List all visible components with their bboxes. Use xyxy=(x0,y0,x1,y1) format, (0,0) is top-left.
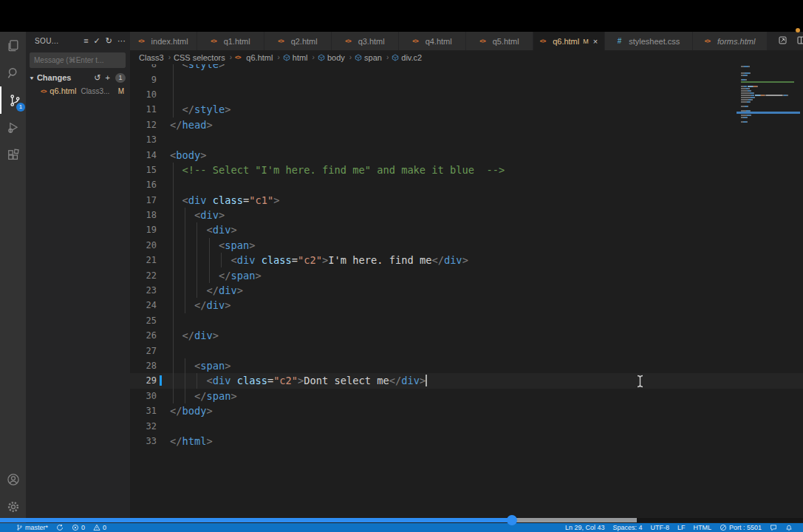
tab-q1-html[interactable]: <>q1.html xyxy=(197,32,264,50)
code-line-15[interactable]: 15 <!-- Select "I'm here. find me" and m… xyxy=(130,163,803,177)
indent-guide xyxy=(185,267,185,282)
code-line-23[interactable]: 23 </div> xyxy=(130,283,803,298)
discard-changes-icon[interactable]: ↺ xyxy=(94,73,100,83)
indent-guide xyxy=(173,177,174,192)
code-line-33[interactable]: 33</html> xyxy=(130,434,803,449)
tab-index-html[interactable]: <>index.html xyxy=(130,32,197,50)
symbol-element-icon xyxy=(355,54,362,61)
stage-changes-icon[interactable]: + xyxy=(106,73,110,82)
code-line-31[interactable]: 31</body> xyxy=(130,403,803,418)
code-line-21[interactable]: 21 <div class="c2">I'm here. find me</di… xyxy=(130,253,803,267)
code-line-28[interactable]: 28 <span> xyxy=(130,358,803,373)
status-bell[interactable] xyxy=(785,524,793,531)
more-actions-icon[interactable]: ⋯ xyxy=(117,36,126,46)
code-line-18[interactable]: 18 <div> xyxy=(130,208,803,222)
line-number: 24 xyxy=(130,300,157,310)
code-text: <span> xyxy=(170,360,230,372)
mouse-cursor-ibeam xyxy=(636,375,644,391)
line-number: 26 xyxy=(130,330,157,341)
breadcrumb-item-q6-html[interactable]: <>q6.html xyxy=(235,53,273,62)
open-changes-icon[interactable] xyxy=(778,35,787,48)
breadcrumb-item-css-selectors[interactable]: CSS selectors xyxy=(174,53,225,62)
panel-title: SOU... xyxy=(35,37,78,45)
status-feedback[interactable] xyxy=(770,524,777,531)
breadcrumb-item-class3[interactable]: Class3 xyxy=(139,53,164,62)
tab-stylesheet-css[interactable]: #stylesheet.css xyxy=(605,32,693,50)
tab-q6-html[interactable]: <>q6.htmlM× xyxy=(533,32,605,50)
status-spaces-4[interactable]: Spaces: 4 xyxy=(612,524,642,531)
code-line-24[interactable]: 24 </div> xyxy=(130,298,803,313)
tab-q5-html[interactable]: <>q5.html xyxy=(466,32,533,50)
changed-file-row[interactable]: <> q6.html Class3... M xyxy=(26,84,130,98)
code-line-16[interactable]: 16 xyxy=(130,177,803,192)
refresh-icon[interactable]: ↻ xyxy=(106,36,112,46)
html-file-icon: <> xyxy=(211,38,216,44)
view-options-icon[interactable]: ≡ xyxy=(83,36,88,45)
indent-guide xyxy=(185,222,185,237)
code-line-17[interactable]: 17 <div class="c1"> xyxy=(130,193,803,208)
search-icon[interactable] xyxy=(0,59,26,86)
seekbar-remaining xyxy=(637,518,803,522)
breadcrumb-item-body[interactable]: body xyxy=(318,53,345,62)
code-line-12[interactable]: 12</head> xyxy=(130,117,803,132)
status-sync[interactable] xyxy=(56,524,64,531)
source-control-icon[interactable]: 1 xyxy=(0,86,27,114)
changes-section-header[interactable]: ▼ Changes ↺ + 1 xyxy=(26,71,130,84)
breadcrumb-item-div-c2[interactable]: div.c2 xyxy=(392,53,422,62)
breadcrumb-item-html[interactable]: html xyxy=(283,53,308,62)
breadcrumb-item-span[interactable]: span xyxy=(355,53,382,62)
code-line-27[interactable]: 27 xyxy=(130,343,803,358)
status-error[interactable]: 0 xyxy=(72,524,85,531)
account-icon[interactable] xyxy=(0,466,26,493)
seekbar-handle[interactable] xyxy=(507,515,517,525)
error-icon xyxy=(72,524,79,531)
code-editor[interactable]: 8 <style>91011 </style>12</head>1314<bod… xyxy=(130,64,803,523)
status-label: master* xyxy=(25,524,48,531)
code-line-32[interactable]: 32 xyxy=(130,418,803,433)
video-seekbar[interactable] xyxy=(0,518,803,522)
code-text: <body> xyxy=(170,149,206,161)
code-line-9[interactable]: 9 xyxy=(130,72,803,86)
settings-gear-icon[interactable] xyxy=(0,493,26,520)
text-caret xyxy=(426,375,427,386)
code-line-13[interactable]: 13 xyxy=(130,132,803,147)
code-line-26[interactable]: 26 </div> xyxy=(130,328,803,343)
tab-q4-html[interactable]: <>q4.html xyxy=(399,32,466,50)
status-branch[interactable]: master* xyxy=(16,524,48,531)
status-ln-29-col-43[interactable]: Ln 29, Col 43 xyxy=(565,524,605,531)
status-lf[interactable]: LF xyxy=(677,524,686,531)
indent-guide xyxy=(173,193,174,208)
code-text: </span> xyxy=(170,390,237,402)
html-file-icon: <> xyxy=(479,38,485,44)
code-line-29[interactable]: 29 <div class="c2">Dont select me</div> xyxy=(130,373,803,388)
explorer-icon[interactable] xyxy=(0,32,26,59)
code-line-11[interactable]: 11 </style> xyxy=(130,102,803,117)
extensions-icon[interactable] xyxy=(0,141,26,168)
code-line-10[interactable]: 10 xyxy=(130,87,803,102)
status-warning[interactable]: 0 xyxy=(93,524,106,531)
commit-icon[interactable]: ✓ xyxy=(94,36,100,46)
status-port[interactable]: Port : 5501 xyxy=(720,524,762,531)
code-line-22[interactable]: 22 </span> xyxy=(130,267,803,282)
split-editor-icon[interactable] xyxy=(796,35,803,48)
code-line-25[interactable]: 25 xyxy=(130,313,803,328)
tab-q2-html[interactable]: <>q2.html xyxy=(264,32,332,50)
status-utf-8[interactable]: UTF-8 xyxy=(650,524,669,531)
sync-icon xyxy=(56,524,64,531)
close-tab-icon[interactable]: × xyxy=(593,37,598,46)
line-number: 14 xyxy=(130,150,157,160)
html-file-icon: <> xyxy=(41,88,46,95)
code-line-20[interactable]: 20 <span> xyxy=(130,238,803,253)
code-line-19[interactable]: 19 <div> xyxy=(130,222,803,237)
breadcrumb-label: body xyxy=(327,53,345,62)
minimap[interactable] xyxy=(741,65,800,132)
commit-message-input[interactable] xyxy=(30,52,126,68)
status-html[interactable]: HTML xyxy=(693,524,711,531)
tab-q3-html[interactable]: <>q3.html xyxy=(332,32,399,50)
run-debug-icon[interactable] xyxy=(0,114,26,141)
html-file-icon: <> xyxy=(345,38,350,44)
tab-forms-html[interactable]: <>forms.html xyxy=(693,32,768,50)
code-line-8[interactable]: 8 <style> xyxy=(130,64,803,72)
code-line-30[interactable]: 30 </span> xyxy=(130,389,803,403)
code-line-14[interactable]: 14<body> xyxy=(130,147,803,162)
